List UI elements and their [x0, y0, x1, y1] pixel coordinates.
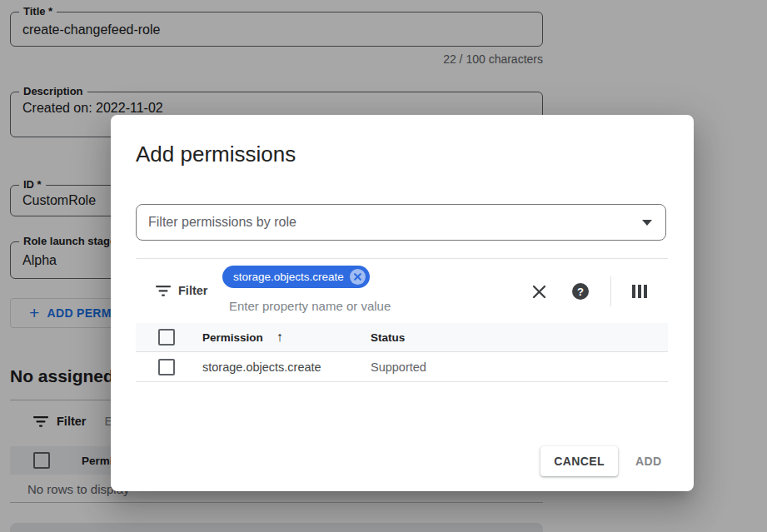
sort-ascending-icon: ↑: [276, 330, 283, 345]
help-glyph: ?: [577, 286, 584, 298]
close-icon: [532, 285, 546, 299]
add-button[interactable]: ADD: [635, 446, 662, 476]
dialog-title: Add permissions: [136, 142, 296, 167]
status-header-label: Status: [371, 331, 405, 344]
columns-icon: [632, 285, 648, 298]
table-row: storage.objects.create Supported: [136, 352, 668, 382]
permission-column-header[interactable]: Permission ↑: [202, 330, 371, 345]
column-display-button[interactable]: [629, 281, 650, 302]
screen: Title * create-changefeed-role 22 / 100 …: [0, 0, 767, 532]
filter-chip-label: storage.objects.create: [233, 271, 344, 283]
toolbar-divider: [610, 276, 611, 306]
status-cell: Supported: [371, 360, 426, 374]
row-checkbox-cell: [136, 359, 202, 375]
filter-help-button[interactable]: ?: [570, 281, 591, 302]
cancel-button[interactable]: CANCEL: [540, 446, 618, 476]
permission-cell: storage.objects.create: [202, 360, 371, 374]
filter-control[interactable]: Filter: [156, 284, 207, 297]
header-checkbox-cell: [136, 329, 202, 346]
help-icon: ?: [572, 283, 589, 300]
filter-input-placeholder[interactable]: Enter property name or value: [229, 299, 391, 313]
add-permissions-dialog: Add permissions Filter permissions by ro…: [111, 115, 694, 491]
select-all-checkbox[interactable]: [158, 329, 175, 346]
permission-header-label: Permission: [202, 331, 263, 344]
filter-label: Filter: [178, 284, 207, 297]
chip-remove-icon[interactable]: [350, 269, 366, 285]
permissions-table-header-row: Permission ↑ Status: [136, 323, 668, 352]
filter-by-role-placeholder: Filter permissions by role: [148, 215, 642, 230]
clear-filter-button[interactable]: [528, 281, 550, 302]
row-checkbox[interactable]: [158, 359, 175, 375]
status-column-header[interactable]: Status: [371, 331, 405, 344]
chevron-down-icon: [642, 220, 652, 226]
filter-chip[interactable]: storage.objects.create: [222, 266, 370, 288]
permissions-filter-toolbar: Filter storage.objects.create Enter prop…: [136, 258, 668, 323]
filter-by-role-dropdown[interactable]: Filter permissions by role: [136, 204, 666, 241]
filter-funnel-icon: [156, 286, 171, 296]
permissions-table: Permission ↑ Status storage.objects.crea…: [136, 323, 668, 382]
